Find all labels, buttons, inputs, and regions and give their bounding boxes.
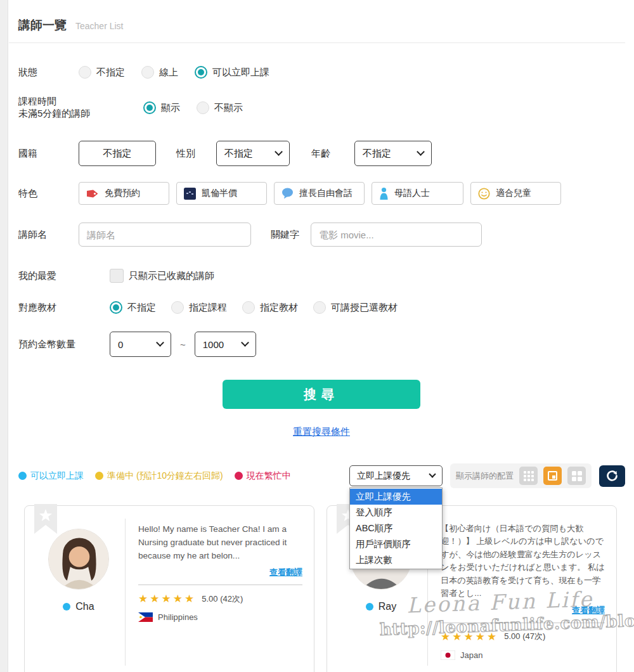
divider: [441, 623, 605, 623]
sort-option-login-order[interactable]: 登入順序: [350, 505, 442, 520]
status-option-any[interactable]: 不指定: [79, 66, 125, 79]
radio-label: 線上: [159, 67, 178, 79]
layout-small-grid-button[interactable]: [519, 467, 538, 485]
teacher-intro-text: Hello! My name is Teacher Cha! I am a Nu…: [138, 522, 302, 562]
sort-select[interactable]: 立即上課優先: [349, 465, 443, 486]
radio-label: 顯示: [161, 102, 180, 114]
materials-option-selected-textbook[interactable]: 可講授已選教材: [313, 301, 398, 314]
page-header: 講師一覽 Teacher List: [9, 0, 625, 43]
lesson-time-option-show[interactable]: 顯示: [143, 101, 180, 114]
radio-icon[interactable]: [313, 301, 326, 314]
feature-callan-half-price-button[interactable]: 凱倫半價: [176, 182, 267, 205]
coins-filter-row: 預約金幣數量 0 ~ 1000: [18, 332, 634, 357]
sort-option-available-first[interactable]: 立即上課優先: [350, 489, 442, 505]
teacher-detail-column: Hello! My name is Teacher Cha! I am a Nu…: [126, 515, 304, 669]
teacher-summary-column: Cha: [32, 515, 125, 669]
lesson-time-option-hide[interactable]: 不顯示: [197, 101, 243, 114]
chevron-down-icon: [275, 148, 283, 156]
coins-min-select[interactable]: 0: [110, 332, 171, 357]
page-title: 講師一覽: [18, 17, 67, 34]
teacher-name-label: 講師名: [18, 229, 79, 241]
status-legend: 可以立即上課 準備中 (預計10分鐘左右回歸) 現在繁忙中: [18, 470, 291, 482]
preparing-dot-icon: [95, 472, 103, 480]
checkbox-icon[interactable]: [110, 269, 124, 283]
reset-search-link[interactable]: 重置搜尋條件: [9, 426, 634, 438]
rating-row: ★★★★★ 5.00 (47次): [441, 630, 605, 643]
rating-row: ★★★★★ 5.00 (42次): [138, 592, 302, 605]
radio-icon[interactable]: [171, 301, 184, 314]
refresh-button[interactable]: [599, 465, 625, 487]
status-option-available-now[interactable]: 可以立即上課: [195, 66, 269, 79]
speech-bubble-icon: [281, 188, 294, 199]
gender-select[interactable]: 不指定: [216, 141, 290, 166]
favorites-checkbox-option[interactable]: 只顯示已收藏的講師: [110, 269, 214, 283]
view-translation-link[interactable]: 查看翻譯: [269, 567, 302, 578]
radio-icon[interactable]: [141, 66, 154, 79]
chevron-down-icon: [417, 148, 425, 156]
sort-option-user-rating[interactable]: 用戶評價順序: [350, 536, 442, 552]
grid-small-icon: [524, 471, 534, 481]
teacher-name: Cha: [75, 601, 94, 612]
materials-filter-row: 對應教材 不指定 指定課程 指定教材 可講授已選教材: [18, 301, 634, 314]
radio-icon-selected[interactable]: [195, 66, 207, 79]
layout-large-grid-button[interactable]: [567, 467, 586, 485]
teacher-name-input[interactable]: [79, 223, 251, 247]
nationality-label: 國籍: [18, 148, 79, 160]
legend-preparing: 準備中 (預計10分鐘左右回歸): [95, 470, 223, 482]
materials-option-course[interactable]: 指定課程: [171, 301, 227, 314]
feature-native-speaker-button[interactable]: 母語人士: [372, 182, 463, 205]
search-button[interactable]: 搜尋: [223, 380, 420, 409]
sort-option-lesson-count[interactable]: 上課次數: [350, 552, 442, 568]
coins-max-select[interactable]: 1000: [195, 332, 256, 357]
radio-icon[interactable]: [197, 101, 209, 114]
materials-option-textbook[interactable]: 指定教材: [242, 301, 298, 314]
status-dot-icon: [63, 603, 70, 611]
favorites-filter-row: 我的最愛 只顯示已收藏的講師: [18, 269, 634, 283]
chevron-down-icon: [156, 339, 164, 347]
philippines-flag-icon: [138, 612, 153, 622]
avatar[interactable]: [48, 529, 109, 590]
features-filter-row: 特色 免費預約 凱倫半價 擅長自由會話 母語人士: [18, 182, 634, 205]
feature-free-talk-button[interactable]: 擅長自由會話: [274, 182, 365, 205]
keyword-input[interactable]: [311, 223, 482, 247]
teacher-card-list: Cha Hello! My name is Teacher Cha! I am …: [24, 505, 625, 672]
radio-label: 不顯示: [214, 102, 243, 114]
radio-label: 指定教材: [260, 302, 298, 314]
star-rating-icons: ★★★★★: [138, 592, 196, 605]
teacher-name: Ray: [378, 601, 396, 612]
layout-switcher: 顯示講師的配置: [450, 463, 592, 488]
materials-label: 對應教材: [18, 302, 110, 314]
person-icon: [379, 187, 389, 200]
busy-dot-icon: [235, 472, 243, 480]
radio-icon-selected[interactable]: [143, 101, 156, 114]
status-option-online[interactable]: 線上: [141, 66, 178, 79]
teacher-search-page: 講師一覽 Teacher List 狀態 不指定 線上 可以立即上課 課程時間 …: [9, 0, 634, 672]
sort-option-abc-order[interactable]: ABC順序: [350, 520, 442, 536]
layout-label: 顯示講師的配置: [456, 470, 514, 482]
rating-value: 5.00 (47次): [504, 631, 545, 642]
age-select[interactable]: 不指定: [354, 141, 432, 166]
grid-medium-icon: [548, 471, 557, 481]
radio-icon[interactable]: [242, 301, 255, 314]
available-dot-icon: [18, 472, 27, 480]
teacher-detail-column: 【初心者向け（日本語での質問も大歓迎！）】 上級レベルの方は申し訳ないのですが、…: [428, 515, 606, 669]
divider: [138, 585, 302, 585]
view-translation-link[interactable]: 查看翻譯: [572, 605, 605, 616]
feature-kids-friendly-button[interactable]: 適合兒童: [470, 182, 561, 205]
nationality-button[interactable]: 不指定: [79, 141, 156, 166]
teacher-card-cha[interactable]: Cha Hello! My name is Teacher Cha! I am …: [24, 505, 314, 672]
materials-option-any[interactable]: 不指定: [110, 301, 156, 314]
chevron-down-icon: [429, 470, 436, 477]
feature-free-reservation-button[interactable]: 免費預約: [79, 182, 169, 205]
radio-label: 不指定: [96, 67, 125, 79]
legend-available: 可以立即上課: [18, 470, 84, 482]
country-row: Japan: [441, 650, 605, 660]
radio-icon[interactable]: [79, 66, 91, 79]
star-rating-icons: ★★★★★: [441, 630, 498, 643]
bookmark-ribbon-icon[interactable]: [34, 504, 57, 534]
teacher-intro-text: 【初心者向け（日本語での質問も大歓迎！）】 上級レベルの方は申し訳ないのですが、…: [441, 522, 605, 600]
name-keyword-row: 講師名 關鍵字: [18, 223, 634, 247]
country-name: Philippines: [158, 612, 198, 622]
layout-medium-grid-button[interactable]: [543, 467, 562, 485]
radio-icon-selected[interactable]: [110, 301, 122, 314]
